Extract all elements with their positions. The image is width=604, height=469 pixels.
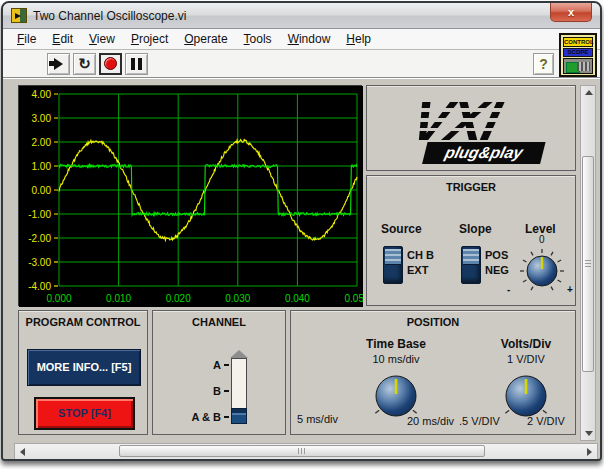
channel-slider[interactable]: [231, 358, 247, 424]
menu-help[interactable]: Help: [338, 30, 379, 48]
plug-and-play-text: plug&play: [442, 143, 526, 161]
time-base-value: 10 ms/div: [341, 353, 451, 365]
volts-div-max: 2 V/DIV: [527, 415, 565, 427]
vxi-plugandplay-logo: VXI plug&play: [373, 88, 569, 168]
menu-window[interactable]: Window: [280, 30, 339, 48]
level-max-label: +: [567, 284, 573, 295]
pause-icon: [131, 58, 142, 70]
source-option-chb: CH B: [407, 249, 434, 261]
oscilloscope-graph[interactable]: 0.0000.0100.0200.0300.0400.0504.003.002.…: [18, 85, 362, 306]
app-window: Two Channel Oscilloscope.vi x FileEditVi…: [1, 1, 602, 461]
svg-text:0.00: 0.00: [32, 185, 52, 196]
svg-text:0.040: 0.040: [285, 293, 310, 304]
channel-option-b: B: [161, 385, 221, 397]
source-label: Source: [381, 222, 422, 236]
window-title: Two Channel Oscilloscope.vi: [33, 9, 186, 23]
close-button[interactable]: x: [550, 3, 592, 22]
svg-text:0.030: 0.030: [225, 293, 250, 304]
more-info-button[interactable]: MORE INFO... [F5]: [27, 349, 141, 386]
svg-text:-1.00: -1.00: [28, 209, 51, 220]
slope-label: Slope: [459, 222, 492, 236]
program-control-section: PROGRAM CONTROL MORE INFO... [F5] STOP […: [18, 310, 148, 435]
horizontal-scrollbar-thumb[interactable]: [119, 445, 485, 457]
menu-file[interactable]: File: [9, 30, 44, 48]
front-panel: 0.0000.0100.0200.0300.0400.0504.003.002.…: [3, 78, 600, 459]
svg-text:0.050: 0.050: [344, 293, 363, 304]
labview-vi-icon: [11, 8, 27, 23]
scroll-down-arrow-icon[interactable]: [585, 431, 593, 436]
level-min-label: -: [507, 284, 510, 295]
scroll-right-arrow-icon[interactable]: [587, 448, 592, 456]
time-base-label: Time Base: [341, 337, 451, 351]
volts-div-min: .5 V/DIV: [459, 415, 500, 427]
channel-option-a: A: [161, 359, 221, 371]
vi-icon-instrument-graphic: [563, 58, 593, 74]
position-title: POSITION: [291, 316, 575, 328]
level-knob[interactable]: [515, 244, 569, 298]
run-button[interactable]: [47, 53, 70, 75]
volts-div-value: 1 V/DIV: [471, 353, 581, 365]
vxi-logo-box: VXI plug&play: [366, 85, 576, 171]
slope-option-pos: POS: [485, 249, 508, 261]
vi-connector-icon: CONTROL SCOPE: [559, 33, 597, 77]
toolbar: ↻ ?: [3, 50, 600, 78]
vi-icon-scope-label: SCOPE: [563, 48, 593, 57]
slope-option-neg: NEG: [485, 264, 509, 276]
help-button[interactable]: ?: [533, 53, 554, 75]
volts-div-label: Volts/Div: [471, 337, 581, 351]
vertical-scrollbar-thumb[interactable]: [582, 156, 594, 372]
vi-icon-control-label: CONTROL: [563, 37, 593, 47]
horizontal-scrollbar[interactable]: [14, 443, 598, 460]
svg-text:0.000: 0.000: [46, 293, 71, 304]
pause-button[interactable]: [125, 53, 148, 75]
vertical-scrollbar[interactable]: [580, 85, 596, 441]
menu-bar: FileEditViewProjectOperateToolsWindowHel…: [3, 29, 600, 50]
trigger-title: TRIGGER: [367, 181, 575, 193]
source-switch[interactable]: [383, 246, 403, 284]
channel-section: CHANNEL A B A & B: [152, 310, 286, 435]
channel-slider-thumb[interactable]: [231, 408, 247, 424]
source-option-ext: EXT: [407, 264, 428, 276]
abort-icon: [104, 57, 117, 70]
run-continuous-button[interactable]: ↻: [73, 53, 96, 75]
title-bar[interactable]: Two Channel Oscilloscope.vi x: [3, 3, 600, 29]
menu-view[interactable]: View: [81, 30, 123, 48]
svg-text:-4.00: -4.00: [28, 281, 51, 292]
time-base-min: 5 ms/div: [297, 413, 338, 425]
scroll-up-arrow-icon[interactable]: [585, 90, 593, 95]
slope-switch[interactable]: [461, 246, 481, 284]
menu-operate[interactable]: Operate: [176, 30, 235, 48]
abort-button[interactable]: [99, 53, 122, 75]
svg-text:0.020: 0.020: [166, 293, 191, 304]
svg-text:4.00: 4.00: [32, 89, 52, 100]
svg-text:-2.00: -2.00: [28, 233, 51, 244]
svg-text:3.00: 3.00: [32, 113, 52, 124]
run-arrow-icon: [54, 58, 63, 70]
svg-text:-3.00: -3.00: [28, 257, 51, 268]
svg-text:1.00: 1.00: [32, 161, 52, 172]
scope-plot: 0.0000.0100.0200.0300.0400.0504.003.002.…: [19, 86, 363, 307]
stop-button[interactable]: STOP [F4]: [34, 397, 135, 430]
channel-title: CHANNEL: [153, 316, 285, 328]
channel-option-ab: A & B: [161, 411, 221, 423]
svg-text:2.00: 2.00: [32, 137, 52, 148]
trigger-section: TRIGGER Source Slope Level CH B EXT POS …: [366, 175, 576, 306]
svg-text:0.010: 0.010: [106, 293, 131, 304]
time-base-max: 20 ms/div: [407, 415, 454, 427]
position-section: POSITION Time Base 10 ms/div 5 ms/div 20…: [290, 310, 576, 435]
scroll-left-arrow-icon[interactable]: [20, 448, 25, 456]
menu-project[interactable]: Project: [123, 30, 176, 48]
channel-slider-cap: [230, 350, 248, 358]
program-control-title: PROGRAM CONTROL: [19, 316, 147, 328]
menu-edit[interactable]: Edit: [44, 30, 81, 48]
menu-tools[interactable]: Tools: [236, 30, 280, 48]
continuous-run-icon: ↻: [78, 56, 91, 71]
